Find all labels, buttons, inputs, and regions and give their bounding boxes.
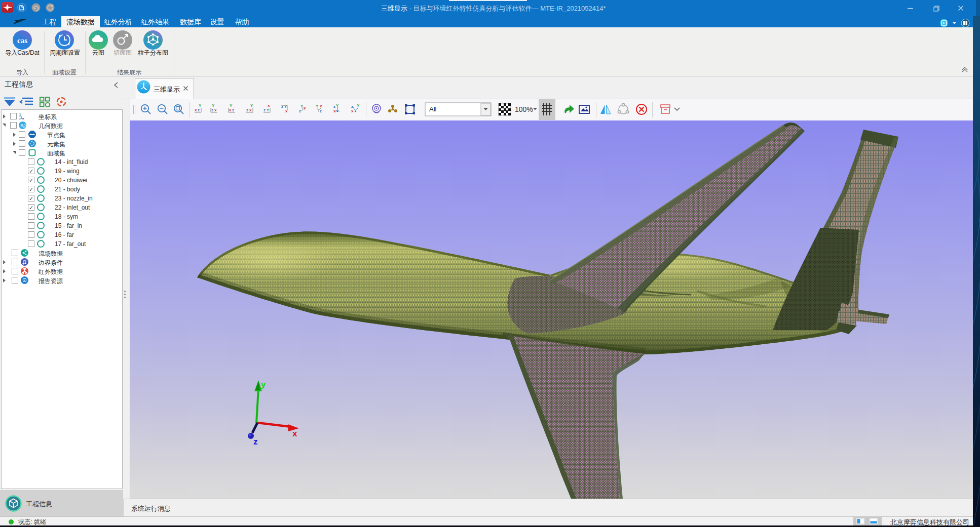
svg-text:x: x: [214, 108, 217, 112]
svg-text:y: y: [261, 380, 266, 389]
svg-text:Y: Y: [357, 103, 360, 108]
svg-text:x: x: [320, 104, 322, 108]
svg-text:x: x: [304, 106, 306, 110]
svg-text:x: x: [195, 108, 197, 112]
svg-text:z: z: [281, 104, 283, 109]
svg-text:z: z: [333, 104, 335, 109]
svg-text:cas: cas: [17, 36, 27, 45]
svg-text:Y: Y: [212, 103, 215, 108]
svg-text:z: z: [19, 117, 21, 120]
svg-text:z: z: [263, 108, 266, 112]
svg-text:x: x: [351, 109, 354, 113]
svg-text:Y: Y: [230, 103, 233, 108]
svg-text:Y: Y: [284, 104, 287, 109]
svg-text:z: z: [253, 437, 258, 447]
svg-text:Y: Y: [267, 108, 270, 112]
svg-text:z: z: [320, 109, 322, 113]
svg-text:x: x: [268, 103, 270, 108]
svg-text:x: x: [249, 108, 252, 112]
svg-text:Y: Y: [250, 103, 253, 108]
svg-text:z: z: [299, 109, 301, 113]
svg-text:All: All: [429, 105, 437, 113]
svg-text:z: z: [351, 104, 353, 109]
svg-text:z: z: [232, 108, 234, 112]
svg-text:z: z: [246, 108, 248, 112]
svg-text:Y: Y: [336, 103, 339, 108]
svg-text:x: x: [229, 108, 232, 112]
svg-text:z: z: [198, 108, 200, 112]
svg-text:Y: Y: [199, 103, 202, 108]
svg-text:x: x: [292, 429, 297, 438]
svg-text:100%: 100%: [515, 105, 533, 113]
svg-text:Y: Y: [19, 113, 21, 116]
svg-text:Y: Y: [316, 104, 319, 108]
svg-text:z: z: [211, 108, 213, 112]
